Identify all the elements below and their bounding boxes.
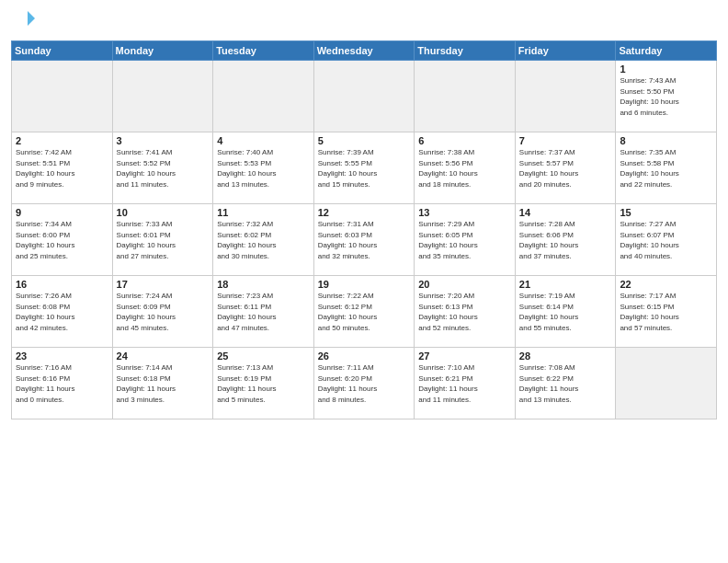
day-number: 27 xyxy=(418,350,511,362)
weekday-wednesday: Wednesday xyxy=(313,41,415,61)
day-number: 15 xyxy=(620,207,712,218)
day-number: 23 xyxy=(16,350,108,362)
calendar-cell: 21Sunrise: 7:19 AM Sunset: 6:14 PM Dayli… xyxy=(515,276,616,348)
calendar-cell xyxy=(515,61,616,132)
calendar-cell: 4Sunrise: 7:40 AM Sunset: 5:53 PM Daylig… xyxy=(213,132,314,204)
day-info: Sunrise: 7:28 AM Sunset: 6:06 PM Dayligh… xyxy=(519,219,612,261)
day-number: 6 xyxy=(418,135,511,146)
day-number: 1 xyxy=(620,63,712,75)
day-info: Sunrise: 7:26 AM Sunset: 6:08 PM Dayligh… xyxy=(16,291,108,333)
day-number: 3 xyxy=(117,135,210,146)
day-info: Sunrise: 7:27 AM Sunset: 6:07 PM Dayligh… xyxy=(620,219,712,261)
day-number: 20 xyxy=(418,279,511,290)
logo xyxy=(11,9,40,35)
day-info: Sunrise: 7:43 AM Sunset: 5:50 PM Dayligh… xyxy=(620,75,712,118)
day-info: Sunrise: 7:40 AM Sunset: 5:53 PM Dayligh… xyxy=(217,147,310,190)
day-info: Sunrise: 7:39 AM Sunset: 5:55 PM Dayligh… xyxy=(318,147,411,190)
calendar-cell: 26Sunrise: 7:11 AM Sunset: 6:20 PM Dayli… xyxy=(313,348,415,419)
weekday-header-row: SundayMondayTuesdayWednesdayThursdayFrid… xyxy=(12,41,717,61)
day-info: Sunrise: 7:17 AM Sunset: 6:15 PM Dayligh… xyxy=(620,291,712,333)
day-info: Sunrise: 7:32 AM Sunset: 6:02 PM Dayligh… xyxy=(217,219,310,261)
logo-icon xyxy=(11,9,37,35)
calendar-cell: 22Sunrise: 7:17 AM Sunset: 6:15 PM Dayli… xyxy=(616,276,717,348)
day-number: 26 xyxy=(318,350,411,362)
day-number: 9 xyxy=(16,207,108,218)
day-number: 17 xyxy=(117,279,210,290)
calendar-cell: 1Sunrise: 7:43 AM Sunset: 5:50 PM Daylig… xyxy=(616,61,717,132)
day-number: 12 xyxy=(318,207,411,218)
day-number: 22 xyxy=(620,279,712,290)
day-info: Sunrise: 7:35 AM Sunset: 5:58 PM Dayligh… xyxy=(620,147,712,190)
day-info: Sunrise: 7:10 AM Sunset: 6:21 PM Dayligh… xyxy=(418,362,511,405)
calendar-cell xyxy=(12,61,113,132)
day-info: Sunrise: 7:31 AM Sunset: 6:03 PM Dayligh… xyxy=(318,219,411,261)
day-info: Sunrise: 7:22 AM Sunset: 6:12 PM Dayligh… xyxy=(318,291,411,333)
calendar-cell: 24Sunrise: 7:14 AM Sunset: 6:18 PM Dayli… xyxy=(112,348,213,419)
calendar-cell: 12Sunrise: 7:31 AM Sunset: 6:03 PM Dayli… xyxy=(313,204,415,276)
calendar-cell: 14Sunrise: 7:28 AM Sunset: 6:06 PM Dayli… xyxy=(515,204,616,276)
day-info: Sunrise: 7:08 AM Sunset: 6:22 PM Dayligh… xyxy=(519,362,612,405)
day-number: 13 xyxy=(418,207,511,218)
calendar-cell xyxy=(112,61,213,132)
calendar-cell: 20Sunrise: 7:20 AM Sunset: 6:13 PM Dayli… xyxy=(415,276,516,348)
day-number: 5 xyxy=(318,135,411,146)
calendar-table: SundayMondayTuesdayWednesdayThursdayFrid… xyxy=(11,40,717,419)
calendar-cell: 19Sunrise: 7:22 AM Sunset: 6:12 PM Dayli… xyxy=(313,276,415,348)
week-row-0: 1Sunrise: 7:43 AM Sunset: 5:50 PM Daylig… xyxy=(12,61,717,132)
calendar-cell: 16Sunrise: 7:26 AM Sunset: 6:08 PM Dayli… xyxy=(12,276,113,348)
day-number: 19 xyxy=(318,279,411,290)
calendar-cell xyxy=(313,61,415,132)
calendar-cell: 2Sunrise: 7:42 AM Sunset: 5:51 PM Daylig… xyxy=(12,132,113,204)
day-number: 8 xyxy=(620,135,712,146)
day-info: Sunrise: 7:24 AM Sunset: 6:09 PM Dayligh… xyxy=(117,291,210,333)
week-row-3: 16Sunrise: 7:26 AM Sunset: 6:08 PM Dayli… xyxy=(12,276,717,348)
weekday-saturday: Saturday xyxy=(616,41,717,61)
calendar-cell: 18Sunrise: 7:23 AM Sunset: 6:11 PM Dayli… xyxy=(213,276,314,348)
calendar-cell: 23Sunrise: 7:16 AM Sunset: 6:16 PM Dayli… xyxy=(12,348,113,419)
day-info: Sunrise: 7:29 AM Sunset: 6:05 PM Dayligh… xyxy=(418,219,511,261)
week-row-2: 9Sunrise: 7:34 AM Sunset: 6:00 PM Daylig… xyxy=(12,204,717,276)
calendar-cell: 6Sunrise: 7:38 AM Sunset: 5:56 PM Daylig… xyxy=(415,132,516,204)
calendar-cell: 27Sunrise: 7:10 AM Sunset: 6:21 PM Dayli… xyxy=(415,348,516,419)
calendar-cell: 28Sunrise: 7:08 AM Sunset: 6:22 PM Dayli… xyxy=(515,348,616,419)
day-number: 18 xyxy=(217,279,310,290)
calendar-cell: 13Sunrise: 7:29 AM Sunset: 6:05 PM Dayli… xyxy=(415,204,516,276)
page: SundayMondayTuesdayWednesdayThursdayFrid… xyxy=(0,0,728,563)
day-number: 14 xyxy=(519,207,612,218)
day-info: Sunrise: 7:19 AM Sunset: 6:14 PM Dayligh… xyxy=(519,291,612,333)
calendar-cell: 25Sunrise: 7:13 AM Sunset: 6:19 PM Dayli… xyxy=(213,348,314,419)
header xyxy=(11,9,717,35)
weekday-tuesday: Tuesday xyxy=(213,41,314,61)
calendar-cell xyxy=(213,61,314,132)
day-info: Sunrise: 7:16 AM Sunset: 6:16 PM Dayligh… xyxy=(16,362,108,405)
day-info: Sunrise: 7:11 AM Sunset: 6:20 PM Dayligh… xyxy=(318,362,411,405)
calendar-cell: 3Sunrise: 7:41 AM Sunset: 5:52 PM Daylig… xyxy=(112,132,213,204)
day-number: 11 xyxy=(217,207,310,218)
day-info: Sunrise: 7:42 AM Sunset: 5:51 PM Dayligh… xyxy=(16,147,108,190)
weekday-monday: Monday xyxy=(112,41,213,61)
day-number: 24 xyxy=(117,350,210,362)
svg-marker-0 xyxy=(28,11,35,26)
day-info: Sunrise: 7:33 AM Sunset: 6:01 PM Dayligh… xyxy=(117,219,210,261)
calendar-cell: 10Sunrise: 7:33 AM Sunset: 6:01 PM Dayli… xyxy=(112,204,213,276)
week-row-4: 23Sunrise: 7:16 AM Sunset: 6:16 PM Dayli… xyxy=(12,348,717,419)
calendar-cell: 7Sunrise: 7:37 AM Sunset: 5:57 PM Daylig… xyxy=(515,132,616,204)
day-number: 16 xyxy=(16,279,108,290)
day-number: 7 xyxy=(519,135,612,146)
calendar-cell: 17Sunrise: 7:24 AM Sunset: 6:09 PM Dayli… xyxy=(112,276,213,348)
day-number: 4 xyxy=(217,135,310,146)
day-info: Sunrise: 7:13 AM Sunset: 6:19 PM Dayligh… xyxy=(217,362,310,405)
calendar-cell: 8Sunrise: 7:35 AM Sunset: 5:58 PM Daylig… xyxy=(616,132,717,204)
calendar-cell: 11Sunrise: 7:32 AM Sunset: 6:02 PM Dayli… xyxy=(213,204,314,276)
day-number: 28 xyxy=(519,350,612,362)
calendar-cell: 15Sunrise: 7:27 AM Sunset: 6:07 PM Dayli… xyxy=(616,204,717,276)
day-info: Sunrise: 7:37 AM Sunset: 5:57 PM Dayligh… xyxy=(519,147,612,190)
day-info: Sunrise: 7:41 AM Sunset: 5:52 PM Dayligh… xyxy=(117,147,210,190)
calendar-cell xyxy=(616,348,717,419)
weekday-thursday: Thursday xyxy=(415,41,516,61)
day-info: Sunrise: 7:38 AM Sunset: 5:56 PM Dayligh… xyxy=(418,147,511,190)
calendar-cell: 9Sunrise: 7:34 AM Sunset: 6:00 PM Daylig… xyxy=(12,204,113,276)
day-number: 10 xyxy=(117,207,210,218)
day-info: Sunrise: 7:23 AM Sunset: 6:11 PM Dayligh… xyxy=(217,291,310,333)
day-number: 2 xyxy=(16,135,108,146)
